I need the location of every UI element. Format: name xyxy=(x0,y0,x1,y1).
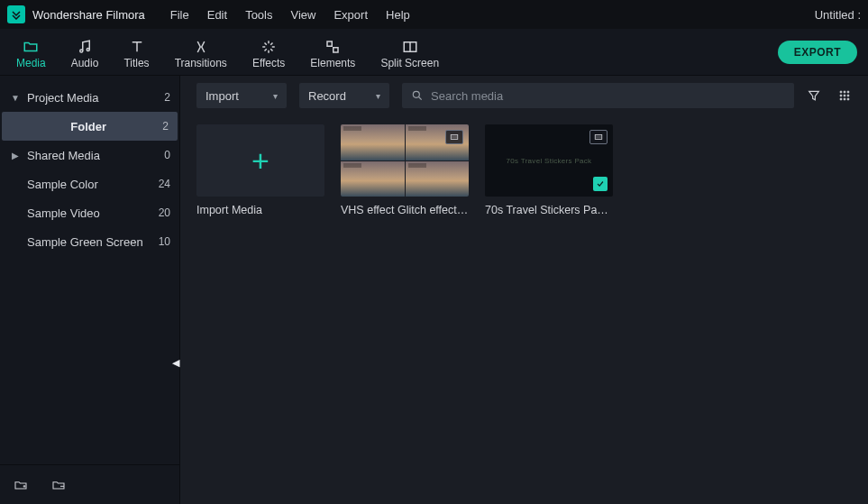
import-dropdown-label: Import xyxy=(206,89,239,103)
chevron-down-icon: ▾ xyxy=(376,91,380,101)
chevron-right-icon: ▶ xyxy=(9,151,22,160)
sidebar-item-folder[interactable]: Folder 2 xyxy=(2,112,178,141)
split-icon xyxy=(402,39,418,55)
media-card[interactable]: VHS effect Glitch effect… xyxy=(341,124,469,216)
chevron-down-icon: ▼ xyxy=(9,93,22,103)
app-logo-icon xyxy=(7,5,25,23)
svg-rect-16 xyxy=(595,135,602,140)
sidebar-item-sample-video[interactable]: Sample Video 20 xyxy=(0,198,179,227)
filter-icon[interactable] xyxy=(807,88,821,103)
export-button[interactable]: EXPORT xyxy=(778,41,857,64)
main-menu: File Edit Tools View Export Help xyxy=(170,8,410,22)
music-icon xyxy=(77,39,93,55)
main-panel: Import ▾ Record ▾ xyxy=(180,76,868,504)
media-controls: Import ▾ Record ▾ xyxy=(180,76,868,115)
tab-label: Elements xyxy=(310,57,355,69)
sidebar-item-label: Sample Green Screen xyxy=(27,235,159,249)
toolbar: Media Audio Titles Transitions Effects xyxy=(0,29,868,76)
film-badge-icon xyxy=(589,130,608,144)
media-card-label: VHS effect Glitch effect… xyxy=(341,204,469,216)
folder-icon xyxy=(23,39,39,55)
document-title: Untitled : xyxy=(815,8,861,22)
tab-titles[interactable]: Titles xyxy=(111,35,161,69)
svg-point-7 xyxy=(844,91,845,93)
sidebar-item-label: Sample Video xyxy=(27,206,159,220)
tab-label: Titles xyxy=(123,57,149,69)
sidebar-item-count: 2 xyxy=(162,120,169,133)
svg-rect-15 xyxy=(451,135,458,140)
svg-point-1 xyxy=(87,48,89,50)
media-thumb[interactable] xyxy=(341,124,469,197)
search-wrap xyxy=(402,83,794,108)
elements-icon xyxy=(324,39,341,55)
sidebar-item-shared-media[interactable]: ▶ Shared Media 0 xyxy=(0,141,179,170)
record-dropdown-label: Record xyxy=(308,89,346,103)
media-card[interactable]: 70s Travel Stickers Pack 70s Travel Stic… xyxy=(485,124,613,216)
app-title: Wondershare Filmora xyxy=(32,8,145,22)
media-thumb[interactable]: 70s Travel Stickers Pack xyxy=(485,124,613,197)
sidebar: ▼ Project Media 2 Folder 2 ▶ Shared Medi… xyxy=(0,76,180,504)
text-icon xyxy=(129,39,145,55)
sidebar-item-label: Shared Media xyxy=(27,149,164,162)
import-thumb[interactable]: + xyxy=(196,124,324,197)
tab-label: Effects xyxy=(252,57,285,69)
svg-rect-3 xyxy=(333,47,338,51)
tab-label: Split Screen xyxy=(380,57,439,69)
chevron-down-icon: ▾ xyxy=(273,91,278,101)
svg-point-14 xyxy=(847,98,849,100)
tab-label: Audio xyxy=(71,57,99,69)
sidebar-item-count: 2 xyxy=(164,91,170,104)
grid-view-icon[interactable] xyxy=(837,88,852,103)
svg-point-9 xyxy=(840,95,842,96)
search-input[interactable] xyxy=(431,89,785,103)
new-folder-icon[interactable] xyxy=(13,478,29,492)
import-dropdown[interactable]: Import ▾ xyxy=(196,83,287,108)
thumb-text: 70s Travel Stickers Pack xyxy=(507,157,592,165)
media-card-label: 70s Travel Stickers Pack… xyxy=(485,204,613,216)
sidebar-collapse-handle[interactable]: ◀ xyxy=(169,355,182,370)
check-icon xyxy=(593,177,608,191)
media-card-label: Import Media xyxy=(196,204,324,216)
svg-point-10 xyxy=(844,95,845,96)
menu-edit[interactable]: Edit xyxy=(207,8,227,22)
search-icon xyxy=(411,89,424,102)
svg-point-12 xyxy=(840,98,842,100)
plus-icon: + xyxy=(251,145,270,176)
tab-label: Media xyxy=(16,57,46,69)
tab-media[interactable]: Media xyxy=(4,35,59,69)
sidebar-item-project-media[interactable]: ▼ Project Media 2 xyxy=(0,83,179,112)
sidebar-item-count: 20 xyxy=(159,206,170,219)
menu-help[interactable]: Help xyxy=(386,8,410,22)
tab-effects[interactable]: Effects xyxy=(240,35,297,69)
svg-point-13 xyxy=(844,98,845,100)
menu-export[interactable]: Export xyxy=(333,8,368,22)
delete-folder-icon[interactable] xyxy=(50,478,67,492)
tab-transitions[interactable]: Transitions xyxy=(162,35,240,69)
svg-rect-2 xyxy=(327,41,332,46)
sidebar-item-sample-green-screen[interactable]: Sample Green Screen 10 xyxy=(0,227,179,256)
sidebar-item-label: Folder xyxy=(14,120,162,133)
tab-split-screen[interactable]: Split Screen xyxy=(368,35,452,69)
transition-icon xyxy=(193,39,209,55)
tab-elements[interactable]: Elements xyxy=(297,35,368,69)
svg-point-6 xyxy=(840,91,842,93)
media-card-import[interactable]: + Import Media xyxy=(196,124,324,216)
svg-point-5 xyxy=(413,91,419,97)
sidebar-item-count: 10 xyxy=(159,235,170,248)
tool-tabs: Media Audio Titles Transitions Effects xyxy=(4,35,452,69)
sidebar-item-sample-color[interactable]: Sample Color 24 xyxy=(0,170,179,198)
sidebar-list: ▼ Project Media 2 Folder 2 ▶ Shared Medi… xyxy=(0,76,179,464)
sparkle-icon xyxy=(260,39,277,55)
sidebar-item-label: Sample Color xyxy=(27,178,159,191)
menu-tools[interactable]: Tools xyxy=(245,8,272,22)
menu-view[interactable]: View xyxy=(290,8,315,22)
sidebar-item-count: 24 xyxy=(159,178,170,190)
sidebar-item-count: 0 xyxy=(164,149,170,161)
film-badge-icon xyxy=(445,130,463,144)
tab-label: Transitions xyxy=(175,57,227,69)
menu-file[interactable]: File xyxy=(170,8,189,22)
svg-point-0 xyxy=(80,50,83,52)
svg-point-8 xyxy=(847,91,849,93)
record-dropdown[interactable]: Record ▾ xyxy=(299,83,389,108)
tab-audio[interactable]: Audio xyxy=(59,35,112,69)
